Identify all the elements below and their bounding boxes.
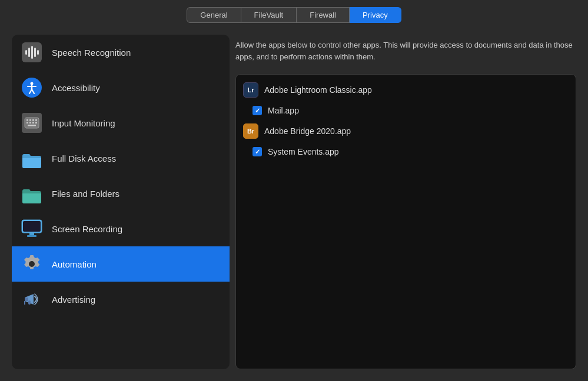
checkbox-0-0[interactable]: ✓ [253, 106, 262, 115]
sidebar-item-screen-recording[interactable]: Screen Recording [12, 211, 230, 246]
sidebar-label-full-disk-access: Full Disk Access [52, 153, 116, 163]
svg-rect-7 [29, 119, 31, 121]
gear-icon [21, 253, 42, 275]
keyboard-icon [21, 112, 42, 133]
svg-rect-22 [28, 300, 31, 305]
sidebar-label-input-monitoring: Input Monitoring [52, 118, 115, 128]
svg-rect-12 [32, 122, 34, 124]
svg-rect-9 [35, 119, 37, 121]
folder-blue-icon [21, 148, 42, 169]
sidebar-label-files-and-folders: Files and Folders [52, 189, 119, 199]
tab-bar: GeneralFileVaultFirewallPrivacy [0, 0, 588, 29]
megaphone-icon [21, 289, 42, 310]
svg-rect-14 [28, 125, 36, 126]
sidebar-item-advertising[interactable]: Advertising [12, 282, 230, 317]
app-name-1: Adobe Bridge 2020.app [264, 126, 351, 136]
sidebar-item-speech-recognition[interactable]: Speech Recognition [12, 35, 230, 70]
speech-recognition-icon [21, 42, 42, 63]
app-item-1[interactable]: BrAdobe Bridge 2020.app [236, 119, 576, 143]
sidebar-label-advertising: Advertising [52, 295, 95, 305]
svg-rect-16 [23, 221, 41, 232]
svg-line-4 [32, 89, 34, 93]
sidebar-label-accessibility: Accessibility [52, 83, 100, 93]
app-child-1-0[interactable]: ✓System Events.app [236, 143, 576, 161]
tab-privacy[interactable]: Privacy [350, 7, 401, 23]
tab-firewall[interactable]: Firewall [297, 7, 350, 23]
sidebar-label-speech-recognition: Speech Recognition [52, 48, 131, 58]
checkmark-0-0: ✓ [255, 107, 260, 115]
svg-rect-13 [35, 122, 37, 124]
sidebar-item-accessibility[interactable]: Accessibility [12, 70, 230, 105]
app-badge-1: Br [243, 123, 258, 139]
tab-filevault[interactable]: FileVault [241, 7, 297, 23]
checkbox-1-0[interactable]: ✓ [253, 147, 262, 156]
sidebar-label-screen-recording: Screen Recording [52, 224, 122, 234]
svg-rect-20 [25, 298, 28, 301]
sidebar-item-full-disk-access[interactable]: Full Disk Access [12, 141, 230, 176]
app-child-0-0[interactable]: ✓Mail.app [236, 102, 576, 119]
sidebar: Speech Recognition Accessibility [12, 35, 230, 369]
accessibility-icon [21, 77, 42, 98]
main-content: Speech Recognition Accessibility [0, 29, 588, 381]
svg-rect-10 [26, 122, 28, 124]
app-badge-0: Lr [243, 82, 258, 98]
right-panel: Allow the apps below to control other ap… [235, 35, 576, 369]
svg-rect-8 [32, 119, 34, 121]
app-item-0[interactable]: LrAdobe Lightroom Classic.app [236, 78, 576, 102]
svg-rect-18 [27, 235, 36, 237]
sidebar-item-automation[interactable]: Automation [12, 246, 230, 282]
description-text: Allow the apps below to control other ap… [235, 35, 576, 67]
app-list: LrAdobe Lightroom Classic.app✓Mail.appBr… [235, 74, 576, 369]
svg-point-19 [29, 261, 35, 267]
svg-rect-17 [29, 233, 34, 235]
child-name-1-0: System Events.app [268, 147, 339, 156]
tab-general[interactable]: General [187, 7, 241, 23]
svg-rect-6 [26, 119, 28, 121]
sidebar-item-files-and-folders[interactable]: Files and Folders [12, 176, 230, 211]
sidebar-item-input-monitoring[interactable]: Input Monitoring [12, 105, 230, 141]
svg-rect-11 [29, 122, 31, 124]
app-name-0: Adobe Lightroom Classic.app [264, 85, 372, 95]
checkmark-1-0: ✓ [255, 148, 260, 156]
child-name-0-0: Mail.app [268, 106, 299, 115]
sidebar-label-automation: Automation [52, 259, 97, 269]
folder-teal-icon [21, 183, 42, 204]
monitor-icon [21, 218, 42, 239]
